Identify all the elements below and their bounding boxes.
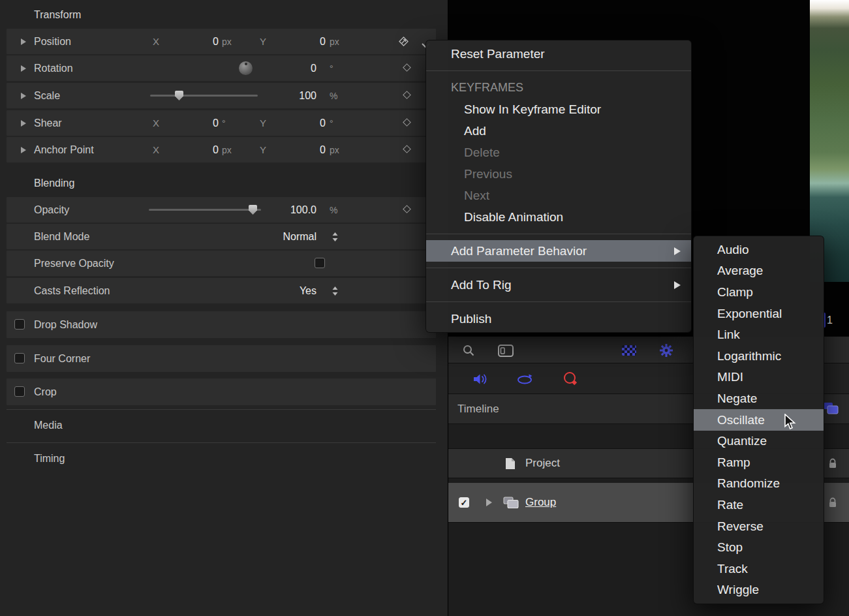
group-disclosure-triangle[interactable] <box>486 499 492 506</box>
lock-icon[interactable] <box>828 458 837 472</box>
submenu-item-logarithmic[interactable]: Logarithmic <box>694 345 824 367</box>
submenu-item-quantize[interactable]: Quantize <box>694 431 824 452</box>
opacity-slider-track[interactable] <box>149 209 261 211</box>
row-scale[interactable]: Scale 100 % <box>7 83 436 108</box>
menu-item-add-to-rig[interactable]: Add To Rig <box>426 274 691 296</box>
rotation-value[interactable]: 0 <box>264 55 316 81</box>
stepper-icon[interactable] <box>332 286 339 299</box>
submenu-item-clamp[interactable]: Clamp <box>694 282 824 303</box>
row-rotation[interactable]: Rotation 0 ° <box>7 55 436 81</box>
scale-value[interactable]: 100 <box>264 83 316 108</box>
submenu-item-stop[interactable]: Stop <box>694 537 824 559</box>
menu-item-disable-animation[interactable]: Disable Animation <box>426 206 691 228</box>
menu-section-label: KEYFRAMES <box>451 81 523 95</box>
submenu-item-track[interactable]: Track <box>694 558 824 579</box>
submenu-item-wriggle[interactable]: Wriggle <box>694 579 824 601</box>
row-label: Anchor Point <box>34 137 94 162</box>
rotation-dial[interactable] <box>239 61 253 75</box>
disclosure-triangle-icon[interactable] <box>21 147 26 153</box>
unit-label: px <box>222 137 232 162</box>
row-position[interactable]: Position X 0 px Y 0 px <box>7 29 436 54</box>
menu-item-add-parameter-behavior[interactable]: Add Parameter Behavior <box>426 240 691 262</box>
keyframe-diamond-icon[interactable] <box>403 91 411 99</box>
submenu-item-oscillate[interactable]: Oscillate <box>694 409 824 431</box>
submenu-item-negate[interactable]: Negate <box>694 388 824 410</box>
row-four-corner[interactable]: Four Corner <box>7 345 436 372</box>
keyframe-diamond-icon[interactable] <box>403 205 411 213</box>
search-icon[interactable] <box>462 344 475 360</box>
gear-icon[interactable] <box>659 343 673 360</box>
unit-label: px <box>330 29 339 54</box>
row-label: Timing <box>34 446 65 472</box>
preserve-opacity-checkbox[interactable] <box>315 258 325 268</box>
submenu-item-audio[interactable]: Audio <box>694 239 824 261</box>
position-x-value[interactable]: 0 <box>170 29 219 54</box>
row-anchor-point[interactable]: Anchor Point X 0 px Y 0 px <box>7 137 436 162</box>
row-crop[interactable]: Crop <box>7 378 436 405</box>
crop-checkbox[interactable] <box>14 386 25 397</box>
submenu-item-label: Oscillate <box>717 413 765 427</box>
anchor-y-value[interactable]: 0 <box>277 137 326 162</box>
checkerboard-icon[interactable] <box>622 345 636 356</box>
submenu-item-label: Average <box>717 264 763 278</box>
document-icon <box>505 457 516 472</box>
submenu-item-exponential[interactable]: Exponential <box>694 303 824 324</box>
group-activation-checkbox[interactable]: ✓ <box>459 497 469 508</box>
row-label: Scale <box>34 83 60 108</box>
opacity-slider-thumb[interactable] <box>249 205 257 215</box>
submenu-item-randomize[interactable]: Randomize <box>694 473 824 495</box>
row-preserve-opacity[interactable]: Preserve Opacity <box>7 251 436 276</box>
submenu-item-rate[interactable]: Rate <box>694 495 824 516</box>
row-blend-mode[interactable]: Blend Mode Normal <box>7 224 436 249</box>
menu-item-reset-parameter[interactable]: Reset Parameter <box>426 43 691 65</box>
drop-shadow-checkbox[interactable] <box>14 319 25 330</box>
row-opacity[interactable]: Opacity 100.0 % <box>7 197 436 223</box>
submenu-item-reverse[interactable]: Reverse <box>694 516 824 537</box>
menu-item-previous: Previous <box>426 163 691 185</box>
unit-label: % <box>330 83 337 108</box>
disclosure-triangle-icon[interactable] <box>21 65 26 72</box>
animation-menu-icon[interactable] <box>398 36 409 50</box>
menu-item-add[interactable]: Add <box>426 120 691 142</box>
submenu-item-label: MIDI <box>717 370 743 384</box>
submenu-item-label: Track <box>717 562 748 576</box>
submenu-item-label: Rate <box>717 498 743 512</box>
casts-reflection-value[interactable]: Yes <box>264 278 316 303</box>
row-casts-reflection[interactable]: Casts Reflection Yes <box>7 278 436 303</box>
menu-item-publish[interactable]: Publish <box>426 308 691 330</box>
record-icon[interactable] <box>563 371 579 390</box>
shear-y-value[interactable]: 0 <box>277 110 326 136</box>
loop-playback-icon[interactable] <box>516 373 534 388</box>
position-y-value[interactable]: 0 <box>277 29 326 54</box>
audio-icon[interactable] <box>472 373 489 388</box>
disclosure-triangle-icon[interactable] <box>21 38 26 45</box>
menu-item-show-in-keyframe-editor[interactable]: Show In Keyframe Editor <box>426 99 691 120</box>
lock-icon[interactable] <box>828 497 837 511</box>
stepper-icon[interactable] <box>332 232 339 245</box>
keyframe-diamond-icon[interactable] <box>403 118 411 127</box>
submenu-item-average[interactable]: Average <box>694 260 824 282</box>
four-corner-checkbox[interactable] <box>14 353 25 363</box>
anchor-x-value[interactable]: 0 <box>170 137 219 162</box>
keyframe-diamond-icon[interactable] <box>403 145 411 153</box>
submenu-item-ramp[interactable]: Ramp <box>694 452 824 473</box>
opacity-value[interactable]: 100.0 <box>258 197 316 223</box>
shear-x-value[interactable]: 0 <box>170 110 219 136</box>
blend-mode-value[interactable]: Normal <box>264 224 316 249</box>
menu-item-label: Next <box>464 189 489 203</box>
transform-section-header: Transform <box>34 5 81 25</box>
layers-blue-icon[interactable] <box>823 402 839 418</box>
row-drop-shadow[interactable]: Drop Shadow <box>7 311 436 338</box>
group-label[interactable]: Group <box>525 496 556 509</box>
keyframe-diamond-icon[interactable] <box>403 63 411 72</box>
row-timing[interactable]: Timing <box>7 446 436 472</box>
pane-layout-icon[interactable] <box>498 345 514 360</box>
disclosure-triangle-icon[interactable] <box>21 120 26 127</box>
row-media[interactable]: Media <box>7 412 436 439</box>
submenu-item-midi[interactable]: MIDI <box>694 367 824 388</box>
scale-slider-thumb[interactable] <box>175 91 183 100</box>
submenu-item-link[interactable]: Link <box>694 324 824 346</box>
scale-slider-track[interactable] <box>150 95 258 97</box>
disclosure-triangle-icon[interactable] <box>21 93 26 99</box>
row-shear[interactable]: Shear X 0 ° Y 0 ° <box>7 110 436 136</box>
